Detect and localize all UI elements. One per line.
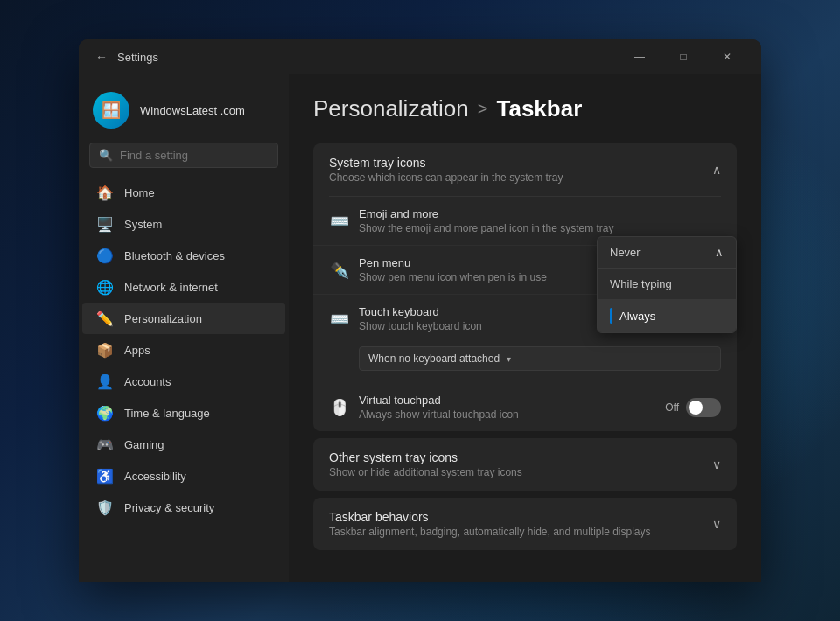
keyboard-dropdown-arrow: ▾ (507, 354, 511, 364)
behaviors-title: Taskbar behaviors (329, 510, 712, 524)
privacy-icon: 🛡️ (96, 499, 114, 516)
tray-option-always-label: Always (620, 310, 655, 323)
tray-dropdown-header-chevron: ∧ (715, 246, 724, 259)
other-section: Other system tray icons Show or hide add… (313, 438, 737, 491)
touchpad-toggle-label: Off (665, 401, 679, 414)
sidebar-label-network: Network & internet (124, 281, 218, 294)
sidebar-item-time[interactable]: 🌍 Time & language (82, 397, 285, 429)
sidebar-label-bluetooth: Bluetooth & devices (124, 249, 225, 262)
emoji-icon: ⌨️ (329, 211, 350, 232)
sidebar-item-privacy[interactable]: 🛡️ Privacy & security (82, 492, 285, 523)
behaviors-desc: Taskbar alignment, badging, automaticall… (329, 526, 712, 538)
system-tray-desc: Choose which icons can appear in the sys… (329, 171, 712, 184)
settings-window: ← Settings — □ ✕ 🪟 WindowsLatest .com 🔍 … (79, 39, 761, 582)
avatar: 🪟 (93, 92, 130, 129)
sidebar-item-personalization[interactable]: ✏️ Personalization (82, 303, 285, 334)
breadcrumb: Personalization > Taskbar (313, 95, 737, 122)
sidebar-label-personalization: Personalization (124, 312, 202, 325)
system-icon: 🖥️ (96, 215, 114, 233)
sidebar-item-gaming[interactable]: 🎮 Gaming (82, 429, 285, 460)
window-title: Settings (117, 51, 620, 64)
keyboard-icon: ⌨️ (329, 309, 350, 330)
sidebar-item-bluetooth[interactable]: 🔵 Bluetooth & devices (82, 240, 285, 271)
breadcrumb-parent: Personalization (313, 95, 469, 122)
sidebar: 🪟 WindowsLatest .com 🔍 🏠 Home 🖥️ System … (79, 74, 289, 582)
sidebar-item-system[interactable]: 🖥️ System (82, 208, 285, 240)
other-section-header[interactable]: Other system tray icons Show or hide add… (313, 438, 737, 491)
touchpad-text: Virtual touchpad Always show virtual tou… (359, 394, 653, 421)
user-profile: 🪟 WindowsLatest .com (79, 83, 289, 143)
system-tray-header-left: System tray icons Choose which icons can… (329, 156, 712, 184)
system-tray-header[interactable]: System tray icons Choose which icons can… (313, 143, 737, 196)
behaviors-header[interactable]: Taskbar behaviors Taskbar alignment, bad… (313, 498, 737, 550)
back-button[interactable]: ← (93, 48, 110, 66)
sidebar-item-accessibility[interactable]: ♿ Accessibility (82, 460, 285, 492)
system-tray-title: System tray icons (329, 156, 712, 170)
sidebar-item-home[interactable]: 🏠 Home (82, 177, 285, 208)
gaming-icon: 🎮 (96, 436, 114, 453)
personalization-icon: ✏️ (96, 310, 114, 327)
tray-dropdown-menu: Never ∧ While typing Always (597, 236, 737, 333)
main-content: 🪟 WindowsLatest .com 🔍 🏠 Home 🖥️ System … (79, 74, 761, 582)
title-bar: ← Settings — □ ✕ (79, 39, 761, 74)
other-desc: Show or hide additional system tray icon… (329, 466, 712, 478)
emoji-name: Emoji and more (359, 207, 721, 220)
touchpad-name: Virtual touchpad (359, 394, 653, 407)
tray-option-while-typing-label: While typing (610, 277, 672, 290)
other-chevron: ∨ (712, 457, 721, 471)
behaviors-header-left: Taskbar behaviors Taskbar alignment, bad… (329, 510, 712, 538)
user-name: WindowsLatest .com (140, 104, 245, 117)
search-icon: 🔍 (99, 149, 113, 162)
selected-bar (610, 308, 612, 324)
breadcrumb-current: Taskbar (496, 95, 582, 122)
sidebar-label-apps: Apps (124, 344, 150, 357)
tray-dropdown-header-label: Never (610, 246, 640, 259)
window-controls: — □ ✕ (620, 44, 747, 70)
sidebar-label-home: Home (124, 186, 155, 199)
other-title: Other system tray icons (329, 450, 712, 464)
accounts-icon: 👤 (96, 373, 114, 390)
sidebar-label-gaming: Gaming (124, 438, 164, 451)
emoji-desc: Show the emoji and more panel icon in th… (359, 222, 721, 234)
search-box[interactable]: 🔍 (89, 143, 278, 168)
behaviors-section: Taskbar behaviors Taskbar alignment, bad… (313, 498, 737, 550)
sidebar-item-network[interactable]: 🌐 Network & internet (82, 271, 285, 303)
pen-icon: ✒️ (329, 260, 350, 281)
sidebar-item-accounts[interactable]: 👤 Accounts (82, 366, 285, 397)
sidebar-item-apps[interactable]: 📦 Apps (82, 334, 285, 366)
search-input[interactable] (120, 149, 269, 162)
breadcrumb-separator: > (478, 99, 488, 119)
other-header-left: Other system tray icons Show or hide add… (329, 450, 712, 478)
sidebar-label-time: Time & language (124, 407, 210, 420)
close-button[interactable]: ✕ (707, 44, 747, 70)
emoji-text: Emoji and more Show the emoji and more p… (359, 207, 721, 234)
home-icon: 🏠 (96, 184, 114, 201)
behaviors-chevron: ∨ (712, 517, 721, 531)
touchpad-desc: Always show virtual touchpad icon (359, 408, 653, 421)
minimize-button[interactable]: — (620, 44, 660, 70)
tray-option-always[interactable]: Always (598, 299, 736, 332)
bluetooth-icon: 🔵 (96, 247, 114, 264)
touchpad-icon: 🖱️ (329, 397, 350, 418)
sidebar-label-system: System (124, 218, 162, 231)
sidebar-label-accessibility: Accessibility (124, 470, 186, 483)
touchpad-control: Off (665, 398, 721, 417)
tray-option-while-typing[interactable]: While typing (598, 269, 736, 299)
system-tray-chevron: ∧ (712, 163, 721, 177)
network-icon: 🌐 (96, 278, 114, 296)
maximize-button[interactable]: □ (663, 44, 704, 70)
touchpad-setting-row: 🖱️ Virtual touchpad Always show virtual … (313, 383, 737, 431)
apps-icon: 📦 (96, 341, 114, 359)
touchpad-toggle[interactable] (686, 398, 721, 417)
touchpad-toggle-wrap: Off (665, 398, 721, 417)
sidebar-label-accounts: Accounts (124, 375, 171, 388)
keyboard-dropdown-row: When no keyboard attached ▾ (313, 343, 737, 383)
sidebar-label-privacy: Privacy & security (124, 501, 214, 514)
time-icon: 🌍 (96, 404, 114, 422)
tray-dropdown-header[interactable]: Never ∧ (598, 237, 736, 269)
right-panel: Personalization > Taskbar System tray ic… (289, 74, 761, 582)
keyboard-dropdown[interactable]: When no keyboard attached ▾ (359, 346, 721, 371)
keyboard-dropdown-label: When no keyboard attached (368, 352, 500, 365)
accessibility-icon: ♿ (96, 467, 114, 485)
